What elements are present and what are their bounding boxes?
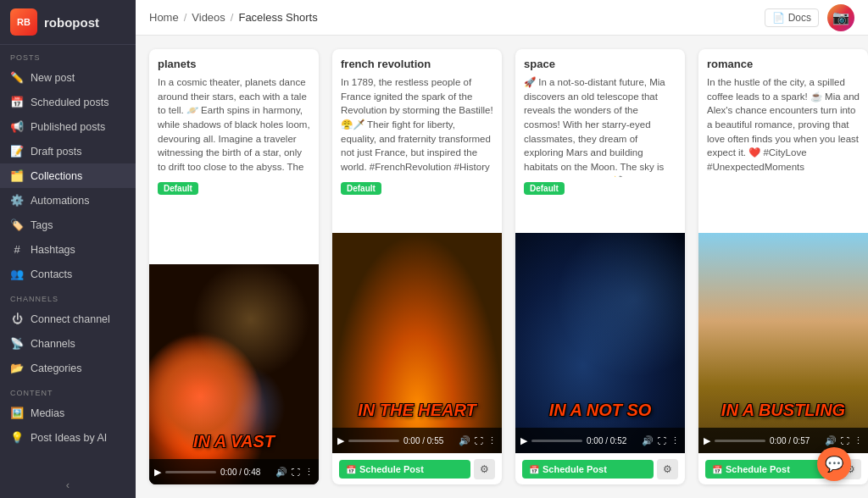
app-name: robopost xyxy=(44,15,99,30)
scheduled-posts-icon: 📅 xyxy=(10,96,24,108)
card-body-space: space🚀 In a not-so-distant future, Mia d… xyxy=(515,49,685,233)
draft-posts-icon: 📝 xyxy=(10,145,24,158)
sidebar-item-categories[interactable]: 📂Categories xyxy=(0,356,136,380)
progress-bar-planets[interactable] xyxy=(165,471,216,473)
channels-icon: 📡 xyxy=(10,337,24,350)
sidebar-item-hashtags[interactable]: #Hashtags xyxy=(0,237,136,262)
video-thumb-romance: IN A BUSTLING▶0:00 / 0:57🔊⛶⋮ xyxy=(698,233,868,453)
play-button-french-revolution[interactable]: ▶ xyxy=(337,435,344,446)
categories-label: Categories xyxy=(31,362,81,374)
progress-bar-french-revolution[interactable] xyxy=(348,440,399,442)
sidebar-item-connect-channel[interactable]: ⏻Connect channel xyxy=(0,307,136,331)
sidebar-item-collections[interactable]: 🗂️Collections xyxy=(0,163,136,188)
docs-icon: 📄 xyxy=(772,12,785,24)
sidebar-item-contacts[interactable]: 👥Contacts xyxy=(0,262,136,286)
expand-button-space[interactable]: ⛶ xyxy=(658,436,666,445)
card-body-romance: romanceIn the hustle of the city, a spil… xyxy=(698,49,868,233)
content-area: planetsIn a cosmic theater, planets danc… xyxy=(136,36,868,498)
sidebar-item-scheduled-posts[interactable]: 📅Scheduled posts xyxy=(0,90,136,114)
breadcrumb-current: Faceless Shorts xyxy=(238,11,317,24)
post-ideas-label: Post Ideas by AI xyxy=(31,432,107,444)
sidebar-item-published-posts[interactable]: 📢Published posts xyxy=(0,114,136,139)
video-card-planets: planetsIn a cosmic theater, planets danc… xyxy=(149,49,319,484)
play-button-planets[interactable]: ▶ xyxy=(154,467,161,478)
docs-button[interactable]: 📄 Docs xyxy=(765,8,819,27)
volume-button-space[interactable]: 🔊 xyxy=(642,435,654,446)
breadcrumb-videos[interactable]: Videos xyxy=(192,11,225,24)
channels-label: Channels xyxy=(31,338,75,350)
breadcrumb-sep-2: / xyxy=(231,11,234,24)
tags-label: Tags xyxy=(31,219,53,231)
expand-button-french-revolution[interactable]: ⛶ xyxy=(475,436,483,445)
card-title-romance: romance xyxy=(707,58,860,70)
more-button-space[interactable]: ⋮ xyxy=(670,435,680,446)
settings-icon-french-revolution: ⚙ xyxy=(480,463,489,475)
tags-icon: 🏷️ xyxy=(10,219,24,231)
schedule-button-space[interactable]: 📅Schedule Post xyxy=(522,460,654,479)
video-card-french-revolution: french revolutionIn 1789, the restless p… xyxy=(332,49,502,484)
instagram-avatar[interactable]: 📷 xyxy=(827,4,854,31)
default-badge-french-revolution: Default xyxy=(341,182,381,195)
schedule-label-romance: Schedule Post xyxy=(726,464,790,474)
published-posts-icon: 📢 xyxy=(10,120,24,133)
schedule-button-french-revolution[interactable]: 📅Schedule Post xyxy=(339,460,470,479)
chat-float-button[interactable]: 💬 xyxy=(817,447,851,481)
automations-label: Automations xyxy=(31,195,89,207)
sidebar-collapse-button[interactable]: ‹ xyxy=(0,472,136,498)
draft-posts-label: Draft posts xyxy=(31,146,81,158)
sidebar-item-automations[interactable]: ⚙️Automations xyxy=(0,188,136,213)
breadcrumb-sep-1: / xyxy=(184,11,187,24)
overlay-text-planets: IN A VAST xyxy=(149,432,319,451)
sidebar-nav: POSTS✏️New post📅Scheduled posts📢Publishe… xyxy=(0,45,136,450)
sidebar-item-tags[interactable]: 🏷️Tags xyxy=(0,213,136,237)
card-desc-space: 🚀 In a not-so-distant future, Mia discov… xyxy=(524,75,676,177)
categories-icon: 📂 xyxy=(10,362,24,374)
more-button-planets[interactable]: ⋮ xyxy=(304,467,314,478)
video-controls-space: ▶0:00 / 0:52🔊⛶⋮ xyxy=(515,428,685,453)
card-desc-planets: In a cosmic theater, planets dance aroun… xyxy=(158,75,310,177)
collections-icon: 🗂️ xyxy=(10,169,24,182)
play-button-romance[interactable]: ▶ xyxy=(704,435,710,446)
new-post-icon: ✏️ xyxy=(10,71,24,84)
time-display-romance: 0:00 / 0:57 xyxy=(770,436,821,445)
expand-button-romance[interactable]: ⛶ xyxy=(841,436,849,445)
sidebar-item-new-post[interactable]: ✏️New post xyxy=(0,65,136,90)
schedule-icon-romance: 📅 xyxy=(712,465,722,474)
overlay-text-french-revolution: IN THE HEART xyxy=(332,401,502,419)
breadcrumb-home[interactable]: Home xyxy=(149,11,179,24)
sidebar-item-draft-posts[interactable]: 📝Draft posts xyxy=(0,139,136,163)
contacts-icon: 👥 xyxy=(10,268,24,280)
settings-button-space[interactable]: ⚙ xyxy=(657,459,678,479)
sidebar-logo: RB robopost xyxy=(0,0,136,45)
expand-button-planets[interactable]: ⛶ xyxy=(292,468,300,477)
automations-icon: ⚙️ xyxy=(10,194,24,207)
video-controls-planets: ▶0:00 / 0:48🔊⛶⋮ xyxy=(149,459,319,484)
instagram-icon: 📷 xyxy=(832,9,849,25)
progress-bar-space[interactable] xyxy=(531,440,582,442)
play-button-space[interactable]: ▶ xyxy=(520,435,527,446)
sidebar-item-medias[interactable]: 🖼️Medias xyxy=(0,401,136,425)
settings-button-french-revolution[interactable]: ⚙ xyxy=(474,459,495,479)
sidebar-item-channels[interactable]: 📡Channels xyxy=(0,331,136,356)
time-display-planets: 0:00 / 0:48 xyxy=(220,468,271,477)
post-ideas-icon: 💡 xyxy=(10,431,24,444)
more-button-french-revolution[interactable]: ⋮ xyxy=(487,435,497,446)
card-title-french-revolution: french revolution xyxy=(341,58,493,70)
sidebar-item-post-ideas[interactable]: 💡Post Ideas by AI xyxy=(0,425,136,450)
sidebar-section-label-2: CONTENT xyxy=(0,380,136,401)
video-thumb-planets: IN A VAST▶0:00 / 0:48🔊⛶⋮ xyxy=(149,264,319,484)
video-card-romance: romanceIn the hustle of the city, a spil… xyxy=(698,49,868,484)
default-badge-planets: Default xyxy=(158,182,198,195)
video-thumb-space: IN A NOT SO▶0:00 / 0:52🔊⛶⋮ xyxy=(515,233,685,453)
card-footer-french-revolution: 📅Schedule Post⚙ xyxy=(332,453,502,484)
volume-button-planets[interactable]: 🔊 xyxy=(275,467,287,478)
progress-bar-romance[interactable] xyxy=(715,440,765,442)
more-button-romance[interactable]: ⋮ xyxy=(854,435,863,446)
volume-button-romance[interactable]: 🔊 xyxy=(825,435,837,446)
schedule-icon-french-revolution: 📅 xyxy=(346,465,356,474)
time-display-space: 0:00 / 0:52 xyxy=(587,436,637,445)
topbar-right: 📄 Docs 📷 xyxy=(765,4,854,31)
main-content: Home / Videos / Faceless Shorts 📄 Docs 📷… xyxy=(136,0,868,498)
new-post-label: New post xyxy=(31,72,75,84)
volume-button-french-revolution[interactable]: 🔊 xyxy=(459,435,470,446)
